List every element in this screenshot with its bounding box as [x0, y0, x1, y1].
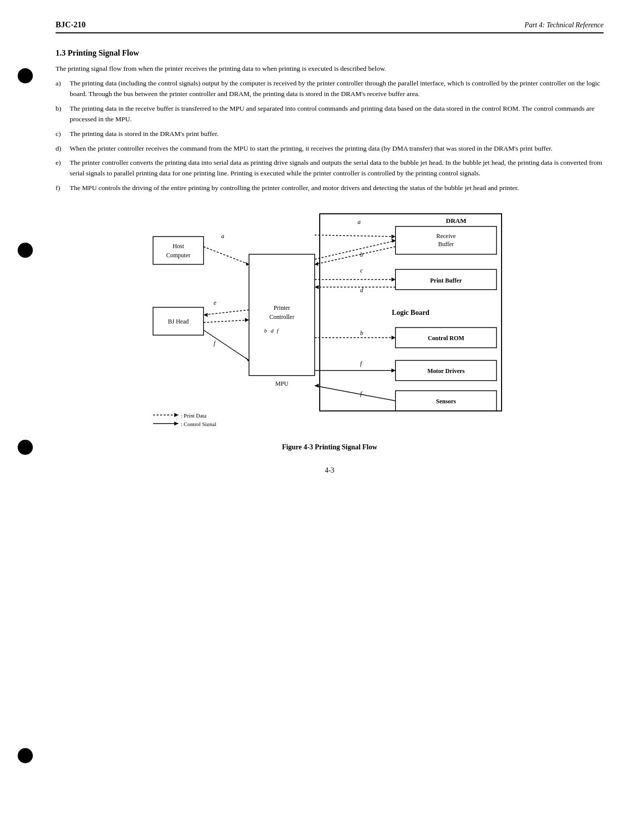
svg-marker-24: [245, 318, 249, 322]
logic-board-label: Logic Board: [391, 309, 429, 316]
svg-marker-10: [245, 262, 249, 266]
bullet-4: [18, 748, 33, 763]
svg-marker-22: [204, 313, 208, 317]
svg-line-11: [315, 235, 395, 237]
list-label-f: f): [56, 183, 70, 194]
list-label-e: e): [56, 158, 70, 179]
page: BJC-210 Part 4: Technical Reference 1.3 …: [0, 0, 644, 834]
bullet-2: [18, 243, 33, 258]
svg-marker-18: [391, 277, 395, 282]
sensors-label: Sensors: [436, 398, 456, 405]
bullet-1: [18, 68, 33, 83]
list-content-c: The printing data is stored in the DRAM'…: [70, 129, 604, 140]
list-item-b: b) The printing data in the receive buff…: [56, 104, 604, 125]
svg-line-15: [315, 247, 395, 264]
label-b-right: b: [360, 251, 363, 258]
label-f-motor: f: [360, 360, 363, 367]
svg-line-29: [315, 386, 395, 401]
dram-label: DRAM: [445, 217, 466, 224]
label-e: e: [214, 299, 217, 306]
list-content-f: The MPU controls the driving of the enti…: [70, 183, 604, 194]
svg-rect-6: [153, 237, 204, 264]
svg-line-9: [204, 247, 249, 264]
list-content-b: The printing data in the receive buffer …: [70, 104, 604, 125]
printer-controller-label2: Controller: [269, 313, 294, 320]
label-d-pc: d: [271, 328, 274, 334]
receive-buffer-label2: Buffer: [438, 241, 454, 248]
list-label-a: a): [56, 78, 70, 100]
svg-line-13: [315, 241, 395, 259]
svg-marker-20: [315, 285, 319, 289]
svg-marker-32: [245, 357, 249, 361]
label-c: c: [360, 267, 363, 274]
svg-line-31: [204, 330, 249, 360]
diagram-svg: Logic Board DRAM Receive Buffer Print Bu…: [148, 209, 512, 426]
label-a-top: a: [221, 233, 224, 240]
svg-marker-36: [174, 422, 178, 426]
host-computer-label2: Computer: [166, 252, 190, 259]
list-content-a: The printing data (including the control…: [70, 78, 604, 100]
receive-buffer-label: Receive: [436, 233, 456, 240]
legend-control-signal: : Control Signal: [181, 421, 216, 426]
section-title: 1.3 Printing Signal Flow: [56, 49, 604, 58]
list-item-a: a) The printing data (including the cont…: [56, 78, 604, 100]
header-section: Part 4: Technical Reference: [525, 21, 604, 29]
list-content-d: When the printer controller receives the…: [70, 144, 604, 154]
list-content-e: The printer controller converts the prin…: [70, 158, 604, 179]
svg-marker-26: [391, 336, 395, 340]
svg-line-21: [204, 310, 249, 315]
control-rom-label: Control ROM: [427, 335, 464, 342]
list-item-e: e) The printer controller converts the p…: [56, 158, 604, 179]
list-item-f: f) The MPU controls the driving of the e…: [56, 183, 604, 194]
host-computer-label: Host: [172, 243, 184, 250]
section-intro: The printing signal flow from when the p…: [56, 64, 604, 74]
legend-print-data: : Print Data: [181, 412, 207, 419]
label-a-dram: a: [358, 218, 361, 225]
list-items: a) The printing data (including the cont…: [56, 78, 604, 194]
figure-caption: Figure 4-3 Printing Signal Flow: [56, 443, 604, 451]
mpu-label: MPU: [275, 380, 288, 387]
list-label-c: c): [56, 129, 70, 140]
svg-line-23: [204, 320, 249, 322]
label-f-pc: f: [277, 328, 279, 334]
print-buffer-label: Print Buffer: [430, 277, 462, 284]
header-product: BJC-210: [56, 20, 86, 29]
label-f-sensors: f: [360, 390, 363, 397]
printer-controller-label: Printer: [273, 304, 290, 311]
svg-marker-14: [391, 239, 395, 243]
page-number: 4-3: [56, 467, 604, 475]
list-label-b: b): [56, 104, 70, 125]
svg-marker-12: [391, 235, 395, 239]
svg-marker-16: [315, 262, 318, 266]
svg-marker-30: [315, 384, 319, 388]
list-item-c: c) The printing data is stored in the DR…: [56, 129, 604, 140]
label-b-control: b: [360, 330, 363, 337]
bj-head-label: BJ Head: [168, 318, 188, 325]
svg-marker-28: [391, 368, 395, 373]
list-item-d: d) When the printer controller receives …: [56, 144, 604, 154]
page-header: BJC-210 Part 4: Technical Reference: [56, 20, 604, 33]
label-b-pc: b: [264, 328, 267, 334]
label-d: d: [360, 287, 364, 294]
bullet-3: [18, 440, 33, 455]
svg-marker-34: [174, 413, 178, 417]
diagram: Logic Board DRAM Receive Buffer Print Bu…: [148, 209, 512, 428]
label-f-bj: f: [214, 340, 216, 347]
list-label-d: d): [56, 144, 70, 154]
motor-drivers-label: Motor Drivers: [427, 367, 464, 375]
